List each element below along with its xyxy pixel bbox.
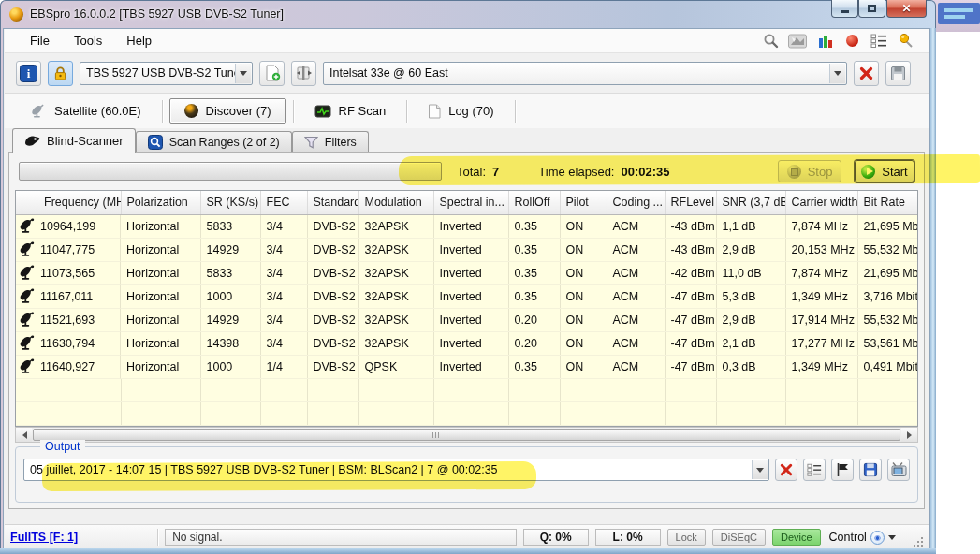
table-cell: 0.20 bbox=[508, 332, 560, 356]
window-border bbox=[930, 28, 936, 554]
column-header[interactable]: RollOff bbox=[508, 191, 560, 214]
table-cell bbox=[200, 402, 260, 426]
table-row[interactable]: 11047,775Horizontal149293/4DVB-S232APSKI… bbox=[16, 239, 918, 262]
table-cell: Inverted bbox=[433, 262, 508, 285]
tab-blind-scanner[interactable]: Blind-Scanner bbox=[12, 128, 136, 153]
close-button[interactable]: ✕ bbox=[886, 0, 927, 18]
transponder-edit-icon bbox=[296, 66, 313, 80]
maximize-button[interactable] bbox=[858, 0, 885, 18]
column-header[interactable]: Standard bbox=[307, 191, 358, 214]
stop-button[interactable]: Stop bbox=[778, 160, 841, 182]
output-details-button[interactable] bbox=[803, 459, 826, 481]
diseqc-button[interactable]: DiSEqC bbox=[712, 529, 766, 546]
tab-discover[interactable]: Discover (7) bbox=[169, 98, 286, 124]
column-header[interactable]: Coding ... bbox=[607, 191, 665, 214]
new-satellite-button[interactable] bbox=[259, 61, 285, 86]
lock-indicator-button[interactable]: Lock bbox=[667, 529, 706, 546]
column-header[interactable]: FEC bbox=[260, 191, 307, 214]
column-header[interactable]: Modulation bbox=[358, 191, 433, 214]
tab-log[interactable]: Log (70) bbox=[414, 99, 507, 124]
tab-satellite[interactable]: Satellite (60.0E) bbox=[16, 99, 155, 124]
table-cell: 7,874 MHz bbox=[785, 214, 857, 239]
title-bar[interactable]: EBSpro 16.0.0.2 [TBS 5927 USB DVB-S2 Tun… bbox=[0, 0, 936, 28]
spectrum-view-icon[interactable] bbox=[788, 33, 807, 50]
fullts-link[interactable]: FullTS [F: 1] bbox=[10, 531, 78, 544]
column-header[interactable]: Spectral in... bbox=[433, 191, 508, 214]
column-header[interactable]: SNR (3,7 dB) bbox=[716, 191, 785, 214]
table-cell: 20,153 MHz bbox=[785, 239, 857, 262]
menu-tools[interactable]: Tools bbox=[62, 30, 114, 51]
delete-satellite-button[interactable] bbox=[854, 61, 879, 86]
lock-button[interactable] bbox=[48, 61, 73, 86]
info-button[interactable]: i bbox=[16, 61, 41, 86]
flag-button[interactable] bbox=[831, 459, 854, 481]
device-select[interactable]: TBS 5927 USB DVB-S2 Tuner bbox=[80, 62, 253, 85]
tab-scan-ranges[interactable]: Scan Ranges (2 of 2) bbox=[136, 131, 292, 153]
tab-filters[interactable]: Filters bbox=[292, 131, 369, 153]
table-header-row: Frequency (MHz)PolarizationSR (KS/s)FECS… bbox=[16, 191, 918, 214]
column-header[interactable]: SR (KS/s) bbox=[200, 191, 260, 214]
table-cell: 1000 bbox=[200, 356, 260, 379]
table-row[interactable]: 11167,011Horizontal10003/4DVB-S232APSKIn… bbox=[16, 285, 918, 309]
table-cell bbox=[307, 402, 358, 426]
scroll-left-arrow[interactable] bbox=[16, 428, 32, 442]
save-icon bbox=[863, 462, 878, 477]
separator bbox=[157, 529, 158, 546]
satellite-select[interactable]: Intelsat 33e @ 60 East bbox=[323, 62, 847, 85]
column-header[interactable]: Carrier width bbox=[785, 191, 857, 214]
table-cell: QPSK bbox=[358, 356, 433, 379]
scroll-right-arrow[interactable] bbox=[901, 428, 917, 442]
start-button[interactable]: Start bbox=[855, 160, 914, 182]
tab-rf-scan[interactable]: RF Scan bbox=[300, 99, 401, 123]
table-cell: 11630,794 bbox=[16, 332, 121, 356]
pin-icon[interactable] bbox=[897, 33, 915, 50]
device-status-button[interactable]: Device bbox=[772, 529, 821, 546]
table-row[interactable]: 11521,693Horizontal149293/4DVB-S232APSKI… bbox=[16, 309, 918, 332]
table-cell: 5,3 dB bbox=[716, 285, 785, 309]
tv-button[interactable] bbox=[887, 459, 910, 481]
chart-icon[interactable] bbox=[815, 33, 834, 50]
main-tab-strip: Satellite (60.0E) Discover (7) RF Scan L… bbox=[5, 94, 929, 128]
resize-grip[interactable] bbox=[914, 536, 923, 547]
table-cell: 3/4 bbox=[260, 332, 307, 356]
horizontal-scrollbar[interactable] bbox=[15, 427, 918, 443]
task-list-icon[interactable] bbox=[870, 33, 888, 50]
column-header[interactable]: RFLevel bbox=[665, 191, 716, 214]
table-cell: ON bbox=[560, 332, 607, 356]
minimize-button[interactable] bbox=[831, 0, 858, 18]
tab-discover-label: Discover (7) bbox=[206, 104, 271, 118]
table-cell: 3/4 bbox=[260, 309, 307, 332]
scrollbar-thumb[interactable] bbox=[33, 429, 900, 441]
table-cell: ON bbox=[560, 214, 607, 239]
delete-output-button[interactable] bbox=[775, 459, 797, 481]
transponder-edit-button[interactable] bbox=[291, 61, 316, 86]
table-cell: ON bbox=[560, 356, 607, 379]
output-select-value: 05 juillet, 2017 - 14:07 15 | TBS 5927 U… bbox=[30, 463, 498, 476]
menu-file[interactable]: File bbox=[18, 30, 62, 51]
separator bbox=[515, 100, 516, 123]
column-header[interactable]: Bit Rate bbox=[857, 191, 918, 214]
table-row[interactable]: 11640,927Horizontal10001/4DVB-S2QPSKInve… bbox=[16, 356, 918, 379]
background-window-fragment bbox=[938, 3, 980, 24]
table-row[interactable]: 10964,199Horizontal58333/4DVB-S232APSKIn… bbox=[16, 214, 918, 239]
table-cell: Inverted bbox=[433, 356, 508, 379]
table-cell: DVB-S2 bbox=[307, 332, 358, 356]
output-select[interactable]: 05 juillet, 2017 - 14:07 15 | TBS 5927 U… bbox=[23, 459, 769, 481]
save-output-button[interactable] bbox=[859, 459, 882, 481]
table-cell: 32APSK bbox=[358, 332, 433, 356]
menu-help[interactable]: Help bbox=[114, 30, 164, 51]
column-header[interactable]: Polarization bbox=[121, 191, 200, 214]
table-row[interactable]: 11073,565Horizontal58333/4DVB-S232APSKIn… bbox=[16, 262, 918, 285]
save-satellite-button[interactable] bbox=[885, 61, 911, 86]
new-document-icon bbox=[264, 65, 281, 81]
satellite-dish-icon bbox=[19, 358, 36, 374]
table-cell: 0.35 bbox=[508, 214, 560, 239]
table-cell: -47 dBm bbox=[665, 356, 716, 379]
column-header[interactable]: Pilot bbox=[560, 191, 607, 214]
column-header[interactable]: Frequency (MHz) bbox=[16, 191, 121, 214]
record-icon[interactable] bbox=[842, 33, 861, 50]
control-dropdown[interactable]: Control ◉ bbox=[829, 531, 896, 545]
chevron-down-icon bbox=[888, 535, 896, 544]
table-row[interactable]: 11630,794Horizontal143983/4DVB-S232APSKI… bbox=[16, 332, 918, 356]
search-icon[interactable] bbox=[761, 33, 780, 50]
